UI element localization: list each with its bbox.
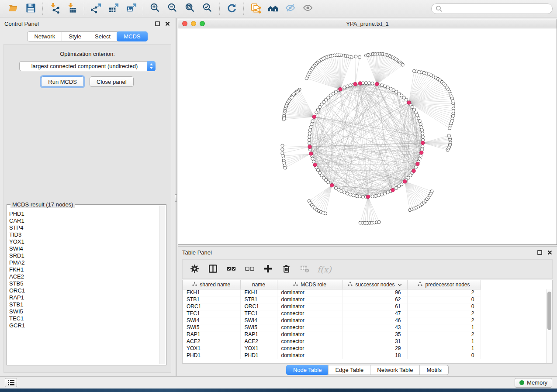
tab-mcds[interactable]: MCDS bbox=[117, 31, 147, 41]
run-mcds-button[interactable]: Run MCDS bbox=[41, 76, 84, 87]
table-row[interactable]: ACE2ACE2connector311 bbox=[183, 338, 481, 345]
result-node[interactable]: ORC1 bbox=[9, 287, 158, 294]
table-row[interactable]: FKH1FKH1dominator962 bbox=[183, 289, 481, 296]
result-node[interactable]: FKH1 bbox=[9, 266, 158, 273]
close-window-icon[interactable] bbox=[182, 21, 187, 26]
table-header-row: shared namenameMCDS rolesuccessor nodesp… bbox=[183, 280, 481, 289]
table-row[interactable]: SWI4SWI4dominator462 bbox=[183, 317, 481, 324]
tab-network[interactable]: Network bbox=[28, 32, 62, 41]
result-node[interactable]: PMA2 bbox=[9, 259, 158, 266]
float-table-panel-icon[interactable] bbox=[536, 250, 543, 256]
zoom-in-button[interactable] bbox=[146, 1, 164, 16]
table-scrollbar-thumb[interactable] bbox=[547, 292, 551, 330]
zoom-selected-button[interactable] bbox=[199, 1, 216, 16]
duplicate-network-icon bbox=[250, 3, 261, 15]
splitter-handle[interactable] bbox=[175, 194, 177, 202]
node-table[interactable]: shared namenameMCDS rolesuccessor nodesp… bbox=[183, 280, 481, 359]
select-all-checks-button[interactable] bbox=[225, 264, 237, 275]
memory-button[interactable]: Memory bbox=[515, 378, 552, 388]
delete-column-button[interactable] bbox=[280, 264, 292, 275]
result-node[interactable]: STB1 bbox=[9, 301, 158, 308]
criterion-select[interactable]: largest connected component (undirected) bbox=[19, 61, 156, 71]
search-icon bbox=[436, 5, 443, 12]
open-file-icon bbox=[8, 3, 19, 15]
result-node[interactable]: TID3 bbox=[9, 231, 158, 238]
show-all-button[interactable] bbox=[299, 1, 317, 16]
deselect-all-checks-button[interactable] bbox=[244, 264, 255, 275]
toolbar-separator bbox=[42, 3, 43, 15]
result-node[interactable]: ACE2 bbox=[9, 273, 158, 280]
export-table-button[interactable] bbox=[105, 1, 122, 16]
table-row[interactable]: TEC1TEC1connector472 bbox=[183, 310, 481, 317]
search-input[interactable] bbox=[445, 5, 548, 12]
close-panel-button[interactable]: Close panel bbox=[90, 76, 134, 87]
result-node[interactable]: STP4 bbox=[9, 224, 158, 231]
select-all-checks-icon bbox=[226, 264, 236, 275]
tab-select[interactable]: Select bbox=[88, 32, 117, 41]
maximize-window-icon[interactable] bbox=[200, 21, 205, 26]
minimize-window-icon[interactable] bbox=[191, 21, 196, 26]
result-list-scrollbar[interactable] bbox=[159, 206, 165, 364]
tab-style[interactable]: Style bbox=[62, 32, 88, 41]
network-canvas[interactable] bbox=[178, 28, 557, 244]
table-row[interactable]: YOX1YOX1connector291 bbox=[183, 345, 481, 352]
network-graph[interactable] bbox=[178, 28, 557, 244]
export-network-button[interactable] bbox=[87, 1, 105, 16]
result-node[interactable]: GCR1 bbox=[9, 322, 158, 329]
table-panel: Table Panel f(x) shared namenameMCDS rol… bbox=[178, 246, 557, 376]
zoom-selected-icon bbox=[202, 3, 213, 15]
add-column-icon bbox=[263, 264, 273, 275]
status-bar: Memory bbox=[0, 376, 557, 389]
result-node[interactable]: TEC1 bbox=[9, 315, 158, 322]
criterion-selected-value: largest connected component (undirected) bbox=[20, 63, 147, 69]
close-panel-icon[interactable] bbox=[164, 21, 170, 27]
show-columns-button[interactable] bbox=[207, 264, 218, 275]
mcds-result-list[interactable]: PHD1CAR1STP4TID3YOX1SWI4SRD1PMA2FKH1ACE2… bbox=[9, 210, 158, 364]
table-tab-network-table[interactable]: Network Table bbox=[370, 365, 419, 375]
table-row[interactable]: RAP1RAP1dominator352 bbox=[183, 331, 481, 338]
desktop-background bbox=[0, 389, 557, 392]
export-image-button[interactable] bbox=[122, 1, 140, 16]
result-node[interactable]: PHD1 bbox=[9, 210, 158, 217]
table-tab-motifs[interactable]: Motifs bbox=[419, 365, 448, 375]
table-tab-node-table[interactable]: Node Table bbox=[286, 365, 329, 375]
column-header-successor-nodes[interactable]: successor nodes bbox=[343, 280, 407, 289]
import-network-button[interactable] bbox=[46, 1, 63, 16]
import-table-button[interactable] bbox=[63, 1, 81, 16]
network-window-titlebar[interactable]: YPA_prune.txt_1 bbox=[178, 19, 557, 28]
float-panel-icon[interactable] bbox=[154, 21, 160, 27]
table-row[interactable]: SWI5SWI5connector431 bbox=[183, 324, 481, 331]
result-node[interactable]: SRD1 bbox=[9, 252, 158, 259]
table-row[interactable]: PHD1PHD1dominator180 bbox=[183, 352, 481, 359]
table-scrollbar[interactable] bbox=[546, 289, 552, 363]
save-session-button[interactable] bbox=[22, 1, 39, 16]
hide-selected-button[interactable] bbox=[282, 1, 299, 16]
main-area: Control Panel NetworkStyleSelectMCDS Opt… bbox=[0, 18, 557, 376]
result-node[interactable]: CAR1 bbox=[9, 217, 158, 224]
refresh-view-button[interactable] bbox=[223, 1, 240, 16]
column-settings-gear-button[interactable] bbox=[189, 264, 200, 275]
column-header-MCDS-role[interactable]: MCDS role bbox=[277, 280, 343, 289]
result-node[interactable]: STB5 bbox=[9, 280, 158, 287]
table-row[interactable]: STB1STB1dominator620 bbox=[183, 296, 481, 303]
result-node[interactable]: SWI4 bbox=[9, 245, 158, 252]
duplicate-network-button[interactable] bbox=[247, 1, 264, 16]
zoom-fit-button[interactable] bbox=[181, 1, 199, 16]
zoom-out-button[interactable] bbox=[164, 1, 181, 16]
column-header-predecessor-nodes[interactable]: predecessor nodes bbox=[407, 280, 481, 289]
column-header-shared-name[interactable]: shared name bbox=[183, 280, 240, 289]
result-node[interactable]: SWI5 bbox=[9, 308, 158, 315]
tool-list-button[interactable] bbox=[5, 378, 17, 387]
open-file-button[interactable] bbox=[4, 1, 22, 16]
result-node[interactable]: RAP1 bbox=[9, 294, 158, 301]
close-table-panel-icon[interactable] bbox=[547, 250, 553, 256]
result-node[interactable]: YOX1 bbox=[9, 238, 158, 245]
column-header-name[interactable]: name bbox=[240, 280, 277, 289]
show-all-icon bbox=[303, 3, 314, 15]
add-column-button[interactable] bbox=[262, 264, 273, 275]
first-neighbors-button[interactable] bbox=[264, 1, 282, 16]
panel-splitter[interactable] bbox=[175, 18, 177, 376]
table-row[interactable]: ORC1ORC1dominator610 bbox=[183, 303, 481, 310]
table-tab-edge-table[interactable]: Edge Table bbox=[328, 365, 370, 375]
search-box[interactable] bbox=[431, 3, 553, 14]
